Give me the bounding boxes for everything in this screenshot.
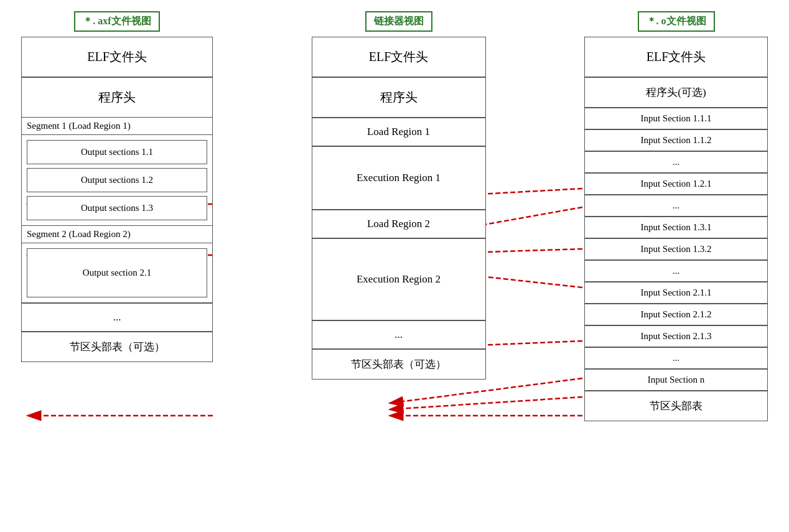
col3-obj: ＊. o文件视图 ELF文件头 程序头(可选) Input Section 1.… (584, 11, 768, 421)
col1-segment1-label: Segment 1 (Load Region 1) (22, 118, 212, 135)
col2-exec-region-1: Execution Region 1 (312, 146, 486, 210)
col3-input-2-1-1: Input Section 2.1.1 (584, 282, 768, 304)
col3-label: ＊. o文件视图 (638, 11, 715, 32)
col1-output-1-1: Output sections 1.1 (27, 140, 207, 164)
col3-dots3: ... (584, 260, 768, 282)
col2-linker: 链接器视图 ELF文件头 程序头 Load Region 1 Execution… (312, 11, 486, 380)
col3-dots4: ... (584, 347, 768, 369)
col3-section-table: 节区头部表 (584, 391, 768, 421)
col2-dots: ... (312, 320, 486, 349)
col1-output-1-3: Output sections 1.3 (27, 196, 207, 220)
col1-program-header: 程序头 (21, 77, 213, 118)
col1-label: ＊. axf文件视图 (74, 11, 159, 32)
col1-segment2-label: Segment 2 (Load Region 2) (22, 226, 212, 243)
col3-input-2-1-2: Input Section 2.1.2 (584, 304, 768, 325)
col3-dots1: ... (584, 151, 768, 173)
diagram-container: ＊. axf文件视图 ELF文件头 程序头 Segment 1 (Load Re… (21, 11, 768, 521)
col2-elf-header: ELF文件头 (312, 37, 486, 77)
col3-input-1-3-2: Input Section 1.3.2 (584, 238, 768, 260)
col3-program-header: 程序头(可选) (584, 77, 768, 108)
col3-input-1-1-2: Input Section 1.1.2 (584, 129, 768, 151)
col1-elf-header: ELF文件头 (21, 37, 213, 77)
col3-input-1-2-1: Input Section 1.2.1 (584, 173, 768, 195)
col3-input-1-1-1: Input Section 1.1.1 (584, 108, 768, 129)
col2-load-region-1: Load Region 1 (312, 118, 486, 146)
col1-output-2-1: Output section 2.1 (27, 248, 207, 297)
col2-program-header: 程序头 (312, 77, 486, 118)
col1-section-table: 节区头部表（可选） (21, 332, 213, 362)
col1-axf: ＊. axf文件视图 ELF文件头 程序头 Segment 1 (Load Re… (21, 11, 213, 362)
col3-input-n: Input Section n (584, 369, 768, 391)
col3-dots2: ... (584, 195, 768, 217)
col2-label: 链接器视图 (365, 11, 432, 32)
col3-elf-header: ELF文件头 (584, 37, 768, 77)
col1-dots: ... (21, 303, 213, 332)
col3-input-2-1-3: Input Section 2.1.3 (584, 325, 768, 347)
col2-load-region-2: Load Region 2 (312, 210, 486, 238)
col2-exec-region-2: Execution Region 2 (312, 238, 486, 320)
col2-section-table: 节区头部表（可选） (312, 349, 486, 380)
col3-input-1-3-1: Input Section 1.3.1 (584, 217, 768, 238)
col1-output-1-2: Output sections 1.2 (27, 168, 207, 192)
columns-layout: ＊. axf文件视图 ELF文件头 程序头 Segment 1 (Load Re… (21, 11, 768, 521)
